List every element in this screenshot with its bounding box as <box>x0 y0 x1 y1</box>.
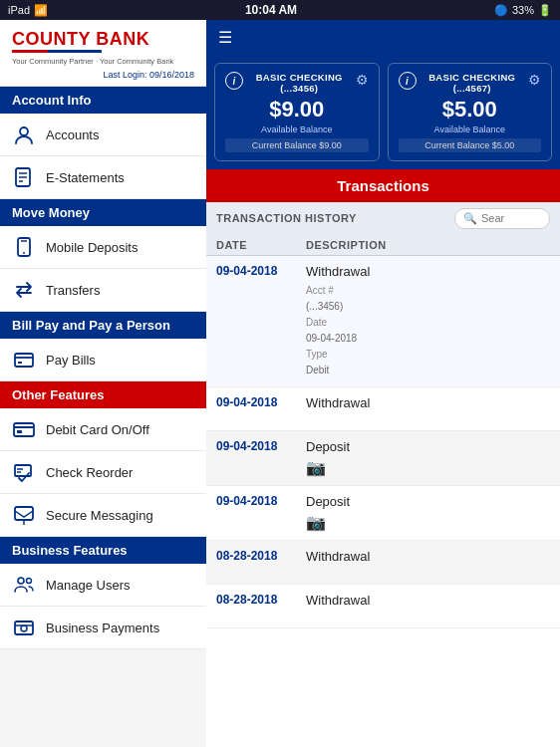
txn-details: Acct # (...3456) Date 09-04-2018 Type De… <box>306 283 550 378</box>
transfers-label: Transfers <box>46 283 100 298</box>
account-number-1: (...3456) <box>243 83 356 94</box>
sidebar-item-manage-users[interactable]: Manage Users <box>0 564 206 607</box>
account-settings-icon-1[interactable]: ⚙ <box>356 72 369 88</box>
bank-name-bank: BANK <box>96 29 149 49</box>
sidebar-item-accounts[interactable]: Accounts <box>0 114 206 156</box>
txn-date: 08-28-2018 <box>216 593 306 607</box>
accounts-label: Accounts <box>46 127 99 142</box>
camera-icon[interactable]: 📷 <box>306 513 550 532</box>
txn-date: 09-04-2018 <box>216 395 306 409</box>
main-content: ☰ i BASIC CHECKING (...3456) ⚙ $9.00 Ava… <box>206 20 560 747</box>
sidebar-item-pay-bills[interactable]: Pay Bills <box>0 339 206 381</box>
transaction-list-header: TRANSACTION HISTORY 🔍 <box>206 202 560 235</box>
bank-tagline: Your Community Partner · Your Community … <box>12 57 194 66</box>
sidebar-item-debit-card[interactable]: Debit Card On/Off <box>0 408 206 451</box>
debit-card-icon <box>12 417 36 441</box>
svg-rect-8 <box>15 354 33 367</box>
account-avail-label-1: Available Balance <box>225 124 369 134</box>
pay-bills-icon <box>12 348 36 372</box>
debit-card-label: Debit Card On/Off <box>46 422 149 437</box>
sidebar-item-business-payments[interactable]: Business Payments <box>0 607 206 649</box>
bank-name-county: COUNTY <box>12 29 91 49</box>
pay-bills-label: Pay Bills <box>46 353 96 368</box>
svg-rect-20 <box>15 622 33 634</box>
account-card-1: i BASIC CHECKING (...3456) ⚙ $9.00 Avail… <box>214 63 380 161</box>
txn-date: 09-04-2018 <box>216 264 306 278</box>
txn-date: 09-04-2018 <box>216 439 306 453</box>
svg-point-18 <box>18 578 24 584</box>
section-header-other-features: Other Features <box>0 381 206 408</box>
accounts-icon <box>12 123 36 146</box>
transaction-history-label: TRANSACTION HISTORY <box>216 212 357 224</box>
txn-desc-main: Deposit <box>306 494 550 509</box>
section-header-business-features: Business Features <box>0 537 206 564</box>
txn-desc-main: Withdrawal <box>306 549 550 564</box>
txn-desc-main: Withdrawal <box>306 593 550 608</box>
txn-description: Withdrawal Acct # (...3456) Date 09-04-2… <box>306 264 550 378</box>
account-avail-label-2: Available Balance <box>399 124 542 134</box>
section-header-bill-pay: Bill Pay and Pay a Person <box>0 312 206 339</box>
sidebar: COUNTY BANK Your Community Partner · You… <box>0 20 206 747</box>
app-container: COUNTY BANK Your Community Partner · You… <box>0 20 560 747</box>
svg-point-17 <box>23 523 25 525</box>
mobile-deposits-label: Mobile Deposits <box>46 240 139 255</box>
svg-point-6 <box>23 252 25 254</box>
section-header-account-info: Account Info <box>0 87 206 114</box>
sidebar-item-mobile-deposits[interactable]: Mobile Deposits <box>0 226 206 269</box>
status-left: iPad 📶 <box>8 4 48 17</box>
txn-description: Withdrawal <box>306 593 550 608</box>
account-name-2: BASIC CHECKING <box>417 72 529 83</box>
account-info-icon-1[interactable]: i <box>225 72 243 90</box>
search-input[interactable] <box>481 212 541 224</box>
card-top-2: i BASIC CHECKING (...4567) ⚙ <box>399 72 542 95</box>
e-statements-label: E-Statements <box>46 170 125 185</box>
mobile-deposits-icon <box>12 235 36 259</box>
ipad-label: iPad <box>8 4 30 16</box>
svg-point-19 <box>27 579 32 584</box>
status-time: 10:04 AM <box>245 3 297 17</box>
account-current-1: Current Balance $9.00 <box>225 138 369 152</box>
account-info-icon-2[interactable]: i <box>399 72 417 90</box>
txn-desc-main: Withdrawal <box>306 264 550 279</box>
sidebar-item-transfers[interactable]: Transfers <box>0 269 206 312</box>
hamburger-menu[interactable]: ☰ <box>218 28 232 47</box>
table-row[interactable]: 08-28-2018 Withdrawal <box>206 585 560 628</box>
account-current-2: Current Balance $5.00 <box>399 138 542 152</box>
table-row[interactable]: 09-04-2018 Withdrawal Acct # (...3456) D… <box>206 256 560 387</box>
bank-underline <box>12 50 102 53</box>
battery-level: 33% <box>512 4 534 16</box>
card-top-1: i BASIC CHECKING (...3456) ⚙ <box>225 72 369 95</box>
column-headers: DATE DESCRIPTION <box>206 235 560 256</box>
sidebar-item-secure-messaging[interactable]: Secure Messaging <box>0 494 206 537</box>
manage-users-icon <box>12 573 36 597</box>
txn-description: Deposit 📷 <box>306 439 550 477</box>
account-balance-2: $5.00 <box>399 97 542 123</box>
camera-icon[interactable]: 📷 <box>306 458 550 477</box>
status-bar: iPad 📶 10:04 AM 🔵 33% 🔋 <box>0 0 560 20</box>
table-row[interactable]: 09-04-2018 Deposit 📷 <box>206 431 560 486</box>
table-row[interactable]: 09-04-2018 Withdrawal <box>206 387 560 431</box>
account-cards: i BASIC CHECKING (...3456) ⚙ $9.00 Avail… <box>206 55 560 169</box>
section-header-move-money: Move Money <box>0 199 206 226</box>
top-bar: ☰ <box>206 20 560 55</box>
check-reorder-icon <box>12 460 36 484</box>
search-box[interactable]: 🔍 <box>454 208 550 229</box>
svg-point-21 <box>21 625 27 631</box>
business-payments-label: Business Payments <box>46 621 159 635</box>
e-statements-icon <box>12 165 36 189</box>
sidebar-item-check-reorder[interactable]: Check Reorder <box>0 451 206 494</box>
bank-name: COUNTY BANK <box>12 30 194 48</box>
txn-desc-main: Withdrawal <box>306 395 550 410</box>
account-name-1: BASIC CHECKING <box>243 72 356 83</box>
txn-description: Withdrawal <box>306 549 550 564</box>
account-settings-icon-2[interactable]: ⚙ <box>528 72 541 88</box>
table-row[interactable]: 09-04-2018 Deposit 📷 <box>206 486 560 541</box>
svg-rect-9 <box>18 362 22 364</box>
table-row[interactable]: 08-28-2018 Withdrawal <box>206 541 560 585</box>
txn-date: 09-04-2018 <box>216 494 306 508</box>
manage-users-label: Manage Users <box>46 578 131 593</box>
account-number-2: (...4567) <box>417 83 529 94</box>
sidebar-item-e-statements[interactable]: E-Statements <box>0 156 206 199</box>
status-right: 🔵 33% 🔋 <box>494 4 552 17</box>
txn-date: 08-28-2018 <box>216 549 306 563</box>
